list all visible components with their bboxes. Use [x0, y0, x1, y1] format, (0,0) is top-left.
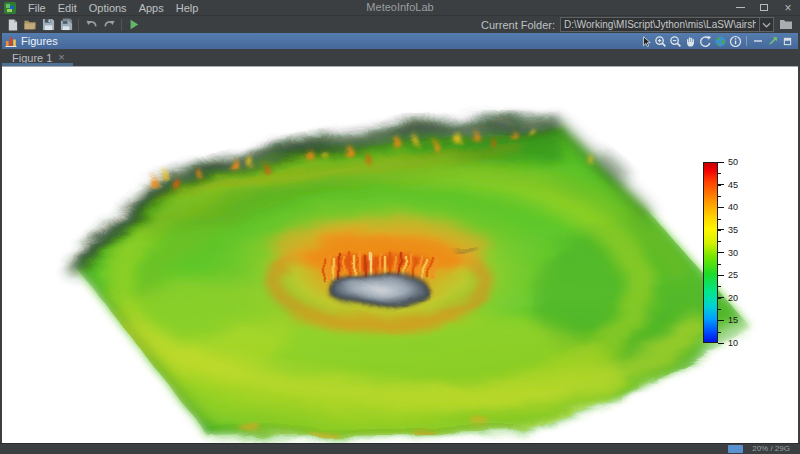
- window-controls: ×: [728, 0, 800, 16]
- undo-button[interactable]: [82, 17, 100, 32]
- zoom-out-button[interactable]: [668, 34, 683, 48]
- figures-chart-icon: [5, 35, 17, 47]
- combobox-dropdown-button[interactable]: [759, 18, 773, 31]
- figures-panel-toolbar: [638, 34, 795, 48]
- globe-view-button[interactable]: [713, 34, 728, 48]
- zoom-out-icon: [669, 35, 682, 48]
- info-icon: [729, 35, 742, 48]
- new-file-icon: [6, 18, 19, 32]
- menu-item[interactable]: Help: [170, 0, 205, 16]
- status-bar: 20% / 29G: [0, 443, 800, 454]
- menu-bar: FileEditOptionsAppsHelp: [22, 0, 204, 16]
- window-title: MeteoInfoLab: [366, 1, 433, 13]
- pan-hand-icon: [684, 35, 697, 48]
- colorbar-tick: 10: [718, 339, 738, 347]
- pointer-icon: [640, 35, 652, 48]
- save-button[interactable]: [39, 17, 57, 32]
- open-folder-icon: [23, 18, 37, 31]
- toolbar-separator: [121, 19, 122, 31]
- colorbar-tick: 30: [718, 249, 738, 257]
- panel-toolbar-separator: [746, 36, 747, 46]
- panel-dock-button[interactable]: [780, 34, 795, 48]
- rotate-icon: [699, 35, 712, 48]
- meteoinfolab-window: FileEditOptionsAppsHelp MeteoInfoLab ×: [0, 0, 800, 454]
- colorbar-tick: 20: [718, 294, 738, 302]
- figures-panel-title: Figures: [17, 35, 58, 47]
- rotate-tool-button[interactable]: [698, 34, 713, 48]
- undo-icon: [85, 18, 98, 31]
- panel-minimize-icon: [753, 36, 763, 46]
- zoom-in-button[interactable]: [653, 34, 668, 48]
- panel-dock-icon: [782, 36, 793, 47]
- maximize-icon: [760, 4, 768, 11]
- maximize-button[interactable]: [752, 0, 776, 16]
- current-folder-input[interactable]: [561, 18, 759, 31]
- colorbar-tick-label: 15: [728, 315, 738, 325]
- app-logo-icon: [4, 2, 16, 14]
- panel-float-button[interactable]: [765, 34, 780, 48]
- memory-usage-text: 20% / 29G: [752, 444, 790, 454]
- run-script-button[interactable]: [125, 17, 143, 32]
- colorbar-tick-label: 30: [728, 248, 738, 258]
- colorbar: [703, 162, 718, 343]
- info-button[interactable]: [728, 34, 743, 48]
- colorbar-tick-label: 35: [728, 225, 738, 235]
- colorbar-tick-label: 25: [728, 270, 738, 280]
- volume-render-canvas[interactable]: [2, 67, 798, 443]
- save-all-icon: [60, 18, 73, 31]
- colorbar-tick: 35: [718, 226, 738, 234]
- colorbar-tick: 45: [718, 181, 738, 189]
- colorbar-tick: 25: [718, 271, 738, 279]
- figure-canvas-area[interactable]: 50 45 40 35 30 25: [2, 66, 798, 443]
- colorbar-tick-label: 10: [728, 338, 738, 348]
- current-folder-combobox: [560, 17, 774, 32]
- minimize-button[interactable]: [728, 0, 752, 16]
- tab-figure-1[interactable]: Figure 1 ×: [2, 49, 73, 66]
- redo-icon: [103, 18, 116, 31]
- globe-icon: [714, 35, 727, 48]
- hurricane-eye: [331, 275, 429, 307]
- colorbar-tick: 15: [718, 316, 738, 324]
- save-all-button[interactable]: [57, 17, 75, 32]
- menu-item[interactable]: Edit: [52, 0, 83, 16]
- browse-folder-icon: [779, 19, 793, 30]
- colorbar-tick-label: 40: [728, 202, 738, 212]
- colorbar-tick-label: 50: [728, 157, 738, 167]
- memory-usage-indicator[interactable]: [728, 445, 743, 453]
- menu-item[interactable]: Apps: [133, 0, 170, 16]
- redo-button[interactable]: [100, 17, 118, 32]
- chevron-down-icon: [762, 22, 771, 28]
- open-file-button[interactable]: [21, 17, 39, 32]
- menu-item[interactable]: File: [22, 0, 52, 16]
- minimize-icon: [736, 7, 745, 8]
- colorbar-tick: 50: [718, 158, 738, 166]
- tab-close-icon[interactable]: ×: [58, 52, 64, 63]
- colorbar-tick: 40: [718, 203, 738, 211]
- browse-folder-button[interactable]: [777, 17, 795, 32]
- current-folder-label: Current Folder:: [481, 19, 560, 31]
- title-bar: FileEditOptionsAppsHelp MeteoInfoLab ×: [0, 0, 800, 16]
- tab-label: Figure 1: [12, 52, 52, 64]
- save-icon: [42, 18, 55, 31]
- pointer-tool-button[interactable]: [638, 34, 653, 48]
- menu-item[interactable]: Options: [83, 0, 133, 16]
- close-button[interactable]: ×: [776, 0, 800, 16]
- panel-float-icon: [767, 35, 779, 47]
- colorbar-tick-label: 20: [728, 293, 738, 303]
- colorbar-tick-labels: 50 45 40 35 30 25: [718, 158, 738, 347]
- new-file-button[interactable]: [3, 17, 21, 32]
- run-icon: [128, 18, 140, 31]
- toolbar-separator: [78, 19, 79, 31]
- zoom-in-icon: [654, 35, 667, 48]
- main-toolbar: Current Folder:: [0, 16, 800, 33]
- panel-minimize-button[interactable]: [750, 34, 765, 48]
- colorbar-tick-label: 45: [728, 180, 738, 190]
- figures-panel-header[interactable]: Figures: [2, 33, 798, 49]
- close-icon: ×: [784, 2, 791, 14]
- figure-tab-bar: Figure 1 ×: [2, 49, 798, 66]
- pan-tool-button[interactable]: [683, 34, 698, 48]
